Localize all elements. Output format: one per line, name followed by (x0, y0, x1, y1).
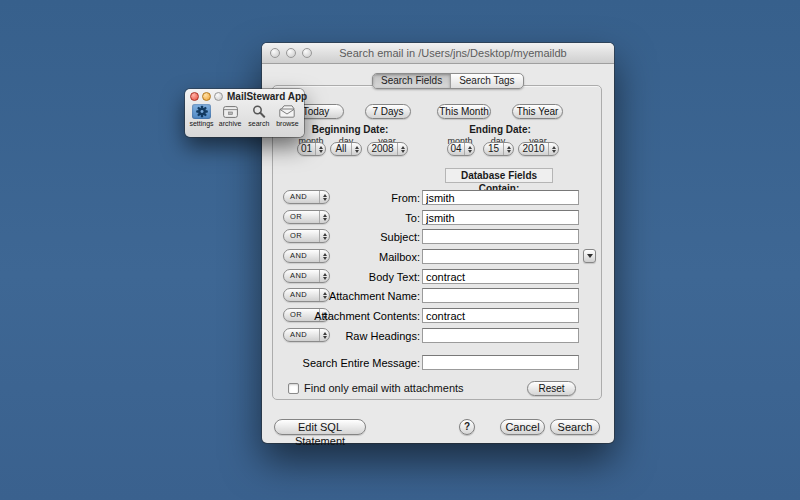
attachments-only-checkbox[interactable] (288, 383, 299, 394)
attachment-name-field[interactable] (422, 288, 579, 303)
attachment-contents-field[interactable] (422, 308, 579, 323)
this-year-button[interactable]: This Year (512, 104, 563, 119)
stepper-arrows-icon (397, 143, 407, 155)
this-month-button[interactable]: This Month (437, 104, 491, 119)
envelope-icon (278, 104, 297, 119)
toolbar-item-browse[interactable]: browse (274, 104, 301, 127)
chevron-down-icon (587, 254, 593, 258)
begin-year-popup[interactable]: 2008 (367, 142, 408, 156)
cancel-button[interactable]: Cancel (500, 419, 545, 435)
toolbar-item-archive[interactable]: archive (217, 104, 244, 127)
minimize-button[interactable] (286, 48, 296, 58)
stepper-arrows-icon (503, 143, 513, 155)
mailbox-field[interactable] (422, 249, 579, 264)
ending-date-label: Ending Date: (450, 124, 550, 135)
attachment-name-label: Attachment Name: (302, 289, 420, 303)
tab-bar: Search Fields Search Tags (372, 73, 524, 89)
to-field[interactable] (422, 210, 579, 225)
from-label: From: (302, 191, 420, 205)
stepper-arrows-icon (351, 143, 361, 155)
close-button[interactable] (190, 92, 199, 101)
tab-search-fields[interactable]: Search Fields (373, 74, 450, 88)
stepper-arrows-icon (315, 143, 325, 155)
archive-icon (221, 104, 240, 119)
body-text-field[interactable] (422, 269, 579, 284)
stepper-arrows-icon (548, 143, 558, 155)
toolbar-item-search[interactable]: search (245, 104, 272, 127)
attachment-contents-label: Attachment Contents: (302, 309, 420, 323)
begin-month-popup[interactable]: 01 (297, 142, 326, 156)
gear-icon (192, 104, 211, 119)
window-title: Search email in /Users/jns/Desktop/myema… (302, 43, 604, 64)
end-year-popup[interactable]: 2010 (518, 142, 559, 156)
end-day-popup[interactable]: 15 (483, 142, 514, 156)
magnifier-icon (249, 104, 268, 119)
mailbox-dropdown-button[interactable] (583, 249, 596, 263)
mailsteward-titlebar[interactable]: MailSteward App (185, 89, 304, 103)
toolbar-item-settings[interactable]: settings (188, 104, 215, 127)
tab-search-tags[interactable]: Search Tags (450, 74, 522, 88)
entire-message-field[interactable] (422, 355, 579, 370)
end-month-popup[interactable]: 04 (447, 142, 475, 156)
attachments-only-label: Find only email with attachments (304, 382, 464, 394)
subject-label: Subject: (302, 230, 420, 244)
reset-button[interactable]: Reset (527, 381, 576, 396)
desktop: Search email in /Users/jns/Desktop/myema… (0, 0, 800, 500)
mailsteward-app-window: MailSteward App set (185, 89, 304, 137)
search-window-titlebar[interactable]: Search email in /Users/jns/Desktop/myema… (262, 43, 614, 64)
mailbox-label: Mailbox: (302, 250, 420, 264)
from-field[interactable] (422, 190, 579, 205)
close-button[interactable] (270, 48, 280, 58)
search-email-window: Search email in /Users/jns/Desktop/myema… (262, 43, 614, 443)
body-text-label: Body Text: (302, 270, 420, 284)
mailsteward-toolbar: settings archive (188, 104, 301, 127)
search-button[interactable]: Search (550, 419, 600, 435)
entire-message-label: Search Entire Message: (302, 356, 420, 370)
seven-days-button[interactable]: 7 Days (365, 104, 411, 119)
stepper-arrows-icon (464, 143, 474, 155)
help-button[interactable]: ? (459, 419, 475, 435)
database-fields-header: Database Fields Contain: (445, 168, 553, 183)
zoom-button[interactable] (214, 92, 223, 101)
minimize-button[interactable] (202, 92, 211, 101)
subject-field[interactable] (422, 229, 579, 244)
mini-window-title: MailSteward App (227, 91, 307, 102)
begin-day-popup[interactable]: All (330, 142, 362, 156)
beginning-date-label: Beginning Date: (300, 124, 400, 135)
raw-headings-field[interactable] (422, 328, 579, 343)
raw-headings-label: Raw Headings: (302, 329, 420, 343)
edit-sql-button[interactable]: Edit SQL Statement (274, 419, 366, 435)
to-label: To: (302, 211, 420, 225)
